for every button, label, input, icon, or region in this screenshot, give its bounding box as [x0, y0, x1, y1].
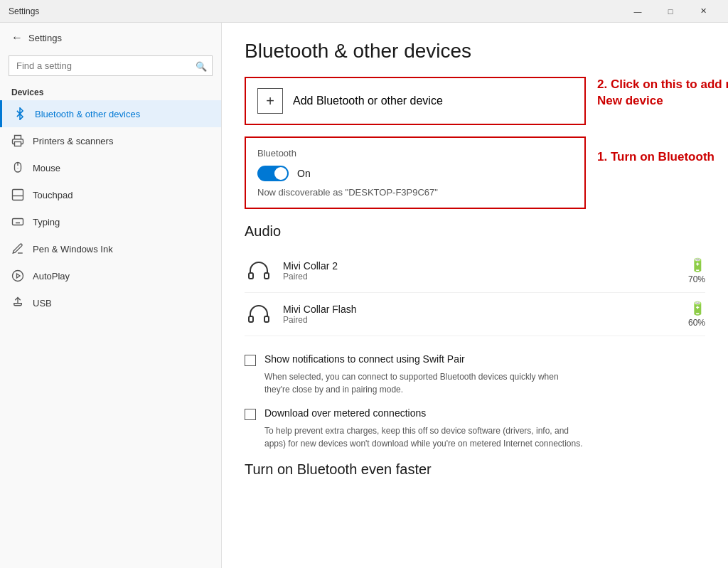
sidebar-item-touchpad[interactable]: Touchpad [0, 181, 221, 208]
printer-icon [11, 134, 24, 147]
bluetooth-state: On [297, 168, 311, 179]
svg-rect-18 [264, 316, 269, 322]
annotation-add-device: 2. Click on this to add newNew device [597, 77, 728, 109]
audio-section-title: Audio [245, 223, 705, 240]
back-button[interactable]: ← Settings [0, 23, 221, 53]
swift-pair-checkbox[interactable] [245, 355, 256, 366]
svg-rect-17 [249, 316, 253, 322]
svg-rect-5 [13, 190, 23, 200]
sidebar-section-label: Devices [0, 82, 221, 100]
titlebar-title: Settings [9, 6, 621, 16]
page-title: Bluetooth & other devices [245, 40, 705, 63]
usb-icon [11, 296, 24, 309]
plus-icon: + [257, 88, 283, 114]
sidebar-item-pen-label: Pen & Windows Ink [33, 244, 113, 254]
device-status-2: Paired [283, 315, 688, 325]
bluetooth-toggle[interactable] [257, 166, 289, 181]
search-container: 🔍 [9, 55, 213, 76]
sidebar-item-mouse-label: Mouse [33, 163, 60, 173]
add-device-button[interactable]: + Add Bluetooth or other device [245, 77, 586, 125]
back-arrow-icon: ← [11, 31, 23, 44]
headphone-icon-1 [245, 257, 273, 285]
device-battery-1: 🔋 70% [688, 257, 705, 284]
minimize-button[interactable]: — [621, 0, 654, 23]
bluetooth-icon [14, 107, 26, 120]
headphone-icon-2 [245, 300, 273, 328]
swift-pair-section: Show notifications to connect using Swif… [245, 353, 586, 450]
device-battery-2: 🔋 60% [688, 301, 705, 328]
keyboard-icon [11, 215, 24, 228]
sidebar-item-typing[interactable]: Typing [0, 208, 221, 235]
metered-row: Download over metered connections [245, 407, 586, 420]
metered-checkbox[interactable] [245, 409, 256, 420]
device-name-1: Mivi Collar 2 [283, 260, 688, 272]
back-label: Settings [28, 33, 62, 43]
sidebar-item-printers-label: Printers & scanners [33, 136, 113, 146]
annotation-turn-on: 1. Turn on Bluetooth [597, 149, 728, 166]
sidebar-item-typing-label: Typing [33, 217, 60, 227]
add-device-label: Add Bluetooth or other device [293, 95, 443, 107]
sidebar-item-mouse[interactable]: Mouse [0, 154, 221, 181]
pen-icon [11, 242, 24, 255]
sidebar-item-usb[interactable]: USB [0, 289, 221, 316]
svg-point-13 [13, 271, 23, 282]
battery-pct-2: 60% [688, 318, 705, 328]
bluetooth-label: Bluetooth [257, 148, 573, 159]
battery-pct-1: 70% [688, 274, 705, 284]
search-input[interactable] [9, 55, 213, 76]
autoplay-icon [11, 269, 24, 282]
swift-pair-desc: When selected, you can connect to suppor… [264, 370, 586, 396]
svg-rect-0 [15, 142, 21, 146]
sidebar-item-bluetooth[interactable]: Bluetooth & other devices [0, 100, 221, 127]
sidebar-item-bluetooth-label: Bluetooth & other devices [35, 109, 140, 119]
sidebar: ← Settings 🔍 Devices Bluetooth & other d… [0, 23, 222, 568]
toggle-thumb [274, 167, 287, 180]
discoverable-text: Now discoverable as "DESKTOP-F3P9C67" [257, 187, 573, 198]
svg-rect-16 [264, 273, 269, 279]
device-info-2: Mivi Collar Flash Paired [283, 304, 688, 325]
content-area: + Add Bluetooth or other device 2. Click… [245, 77, 705, 478]
touchpad-icon [11, 188, 24, 201]
app-body: ← Settings 🔍 Devices Bluetooth & other d… [0, 23, 728, 568]
titlebar-controls: — □ ✕ [621, 0, 719, 23]
device-row-2[interactable]: Mivi Collar Flash Paired 🔋 60% [245, 293, 705, 336]
close-button[interactable]: ✕ [687, 0, 719, 23]
titlebar: Settings — □ ✕ [0, 0, 728, 23]
maximize-button[interactable]: □ [654, 0, 687, 23]
sidebar-item-touchpad-label: Touchpad [33, 190, 73, 200]
faster-title: Turn on Bluetooth even faster [245, 461, 705, 478]
device-name-2: Mivi Collar Flash [283, 304, 688, 315]
sidebar-item-usb-label: USB [33, 298, 52, 309]
svg-marker-14 [17, 274, 21, 278]
sidebar-item-autoplay[interactable]: AutoPlay [0, 262, 221, 289]
sidebar-item-pen[interactable]: Pen & Windows Ink [0, 235, 221, 262]
main-panel: Bluetooth & other devices + Add Bluetoot… [222, 23, 728, 568]
search-icon: 🔍 [196, 60, 207, 71]
swift-pair-label: Show notifications to connect using Swif… [264, 353, 465, 365]
battery-icon-2: 🔋 [690, 301, 705, 316]
sidebar-item-autoplay-label: AutoPlay [33, 271, 70, 282]
device-row[interactable]: Mivi Collar 2 Paired 🔋 70% [245, 250, 705, 293]
mouse-icon [11, 161, 24, 174]
sidebar-item-printers[interactable]: Printers & scanners [0, 127, 221, 154]
metered-label: Download over metered connections [264, 407, 426, 419]
battery-icon-1: 🔋 [690, 257, 705, 273]
bluetooth-section: Bluetooth On Now discoverable as "DESKTO… [245, 136, 586, 209]
bluetooth-toggle-row: On [257, 166, 573, 181]
svg-rect-15 [249, 273, 253, 279]
metered-desc: To help prevent extra charges, keep this… [264, 424, 586, 450]
swift-pair-row: Show notifications to connect using Swif… [245, 353, 586, 366]
svg-rect-7 [13, 219, 23, 225]
device-info-1: Mivi Collar 2 Paired [283, 260, 688, 282]
device-status-1: Paired [283, 272, 688, 282]
